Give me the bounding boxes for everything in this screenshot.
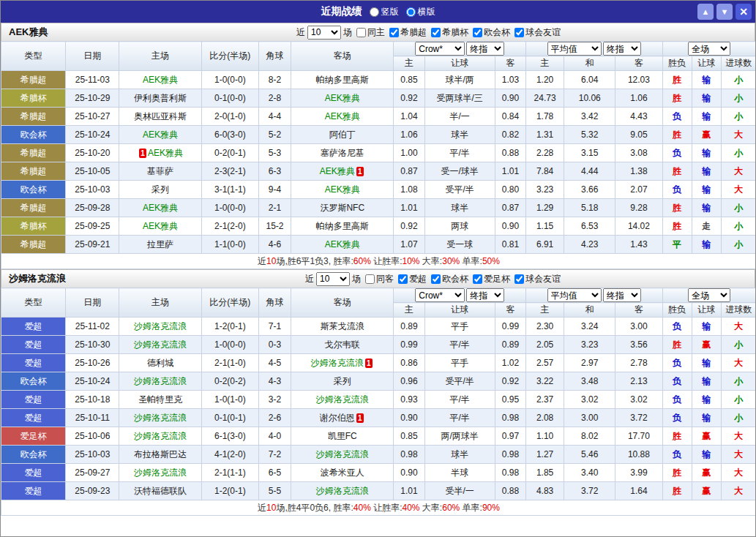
close-button[interactable]: ✕ (736, 4, 752, 20)
league-filter-0[interactable]: 希腊超 (386, 26, 427, 39)
scope-select[interactable]: 全场 (688, 288, 730, 302)
result-handicap: 输 (692, 354, 721, 372)
avg-away: 10.88 (615, 446, 662, 464)
odds-selects-cell: Crow*终指 (394, 42, 526, 56)
match-count-select[interactable]: 10 (316, 272, 350, 286)
league-filter-1-checkbox[interactable] (431, 274, 441, 284)
team-name: AEK雅典 (143, 221, 178, 231)
col-header-avg-0: 主 (525, 56, 564, 71)
layout-radio-vertical-input[interactable] (370, 7, 379, 17)
summary-segment: 10 (266, 256, 276, 266)
away-team-cell: 沙姆洛克流浪1 (291, 354, 394, 372)
odds-home: 0.96 (394, 372, 424, 391)
league-filter-2-checkbox[interactable] (473, 274, 482, 284)
bookmaker-select[interactable]: Crow* (415, 288, 465, 302)
handicap: 受平/半 (424, 181, 495, 199)
same-venue-filter[interactable]: 同客 (362, 273, 394, 285)
table-head: 类型日期主场比分(半场)角球客场Crow*终指平均值终指全场主让球客主和客胜负让… (1, 288, 756, 318)
home-team-cell: 伊利奥普利斯 (119, 89, 201, 108)
home-team-cell: 沙姆洛克流浪 (119, 336, 201, 354)
league-badge: 爱超 (1, 482, 66, 500)
matches-label: 场 (352, 273, 361, 285)
final-odds-select[interactable]: 终指 (466, 288, 504, 302)
away-team-cell: 沃罗斯NFC (291, 199, 394, 217)
scroll-down-button[interactable]: ▼ (716, 4, 733, 20)
layout-radio-vertical[interactable]: 竖版 (370, 6, 399, 18)
summary-segment: 大率: (420, 503, 443, 513)
result-winloss: 负 (662, 318, 692, 336)
avg-draw: 4.44 (564, 162, 615, 181)
odds-home: 0.99 (394, 336, 424, 354)
same-venue-filter-checkbox[interactable] (365, 274, 375, 284)
score-cell: 2-3(2-1) (201, 162, 258, 181)
score-cell: 1-1(0-0) (201, 236, 258, 254)
team-name: 沃特福德联队 (134, 486, 187, 496)
league-filter-3[interactable]: 球会友谊 (512, 26, 561, 39)
result-handicap: 赢 (692, 482, 721, 500)
scroll-up-button[interactable]: ▲ (697, 4, 714, 20)
match-row: 欧会杯25-10-24AEK雅典6-0(3-0)5-2阿伯丁1.06球半0.82… (1, 126, 756, 144)
team-name: AEK雅典 (325, 184, 360, 195)
home-team-cell: AEK雅典 (119, 217, 201, 236)
bookmaker-select[interactable]: Crow* (415, 42, 465, 56)
summary-segment: 单率: (460, 503, 482, 513)
team-name: 奥林匹亚科斯 (134, 111, 187, 121)
scope-select-cell: 全场 (662, 42, 756, 56)
result-handicap: 输 (692, 318, 721, 336)
home-team-cell: 圣帕特里克 (119, 391, 201, 409)
league-badge: 希腊杯 (1, 89, 66, 108)
league-filter-1-checkbox[interactable] (431, 28, 441, 37)
average-select[interactable]: 平均值 (547, 42, 602, 56)
league-filter-1[interactable]: 希腊杯 (428, 26, 468, 39)
odds-home: 1.07 (394, 236, 424, 254)
final-avg-select[interactable]: 终指 (603, 288, 641, 302)
col-header-avg-1: 和 (564, 303, 615, 318)
final-avg-select[interactable]: 终指 (603, 42, 641, 56)
away-team-cell: 沙姆洛克流浪 (291, 482, 394, 500)
same-venue-filter[interactable]: 同主 (353, 26, 385, 39)
league-filter-0-checkbox[interactable] (398, 274, 408, 284)
result-handicap: 走 (692, 217, 721, 236)
league-filter-2[interactable]: 欧会杯 (470, 26, 510, 39)
average-select[interactable]: 平均值 (547, 288, 602, 302)
page-title: 近期战绩 (321, 5, 362, 18)
results-table: 类型日期主场比分(半场)角球客场Crow*终指平均值终指全场主让球客主和客胜负让… (1, 41, 756, 269)
match-count-select[interactable]: 10 (307, 26, 341, 40)
result-goals: 小 (721, 236, 756, 254)
avg-home: 6.91 (525, 236, 564, 254)
league-filter-0[interactable]: 爱超 (395, 273, 427, 285)
match-row: 希腊超25-10-27奥林匹亚科斯2-0(1-0)4-4AEK雅典1.04半/一… (1, 108, 756, 126)
result-goals: 大 (721, 318, 756, 336)
away-team-cell: 帕纳多里高斯 (291, 217, 394, 236)
result-handicap: 输 (692, 236, 721, 254)
summary-segment: 近 (258, 256, 266, 266)
layout-radio-horizontal-input[interactable] (406, 7, 416, 17)
result-goals: 小 (721, 199, 756, 217)
close-icon: ✕ (739, 6, 748, 18)
avg-away: 3.00 (615, 318, 662, 336)
final-odds-select[interactable]: 终指 (466, 42, 504, 56)
summary-segment: 40% (403, 503, 420, 513)
same-venue-filter-checkbox[interactable] (356, 28, 366, 37)
league-filter-1[interactable]: 欧会杯 (428, 273, 468, 285)
away-team-cell: 沙姆洛克流浪 (291, 391, 394, 409)
summary-cell: 近10场,胜4平0负6, 胜率:40% 让胜率:40% 大率:60% 单率:90… (1, 500, 756, 516)
league-filter-3[interactable]: 球会友谊 (512, 273, 561, 285)
odds-home: 0.87 (394, 162, 424, 181)
summary-cell: 近10场,胜6平1负3, 胜率:60% 让胜率:10% 大率:30% 单率:50… (1, 254, 756, 269)
odds-home: 0.86 (394, 354, 424, 372)
scope-select[interactable]: 全场 (688, 42, 730, 56)
league-filter-2[interactable]: 爱足杯 (470, 273, 510, 285)
league-badge: 欧会杯 (1, 372, 66, 391)
league-filter-0-checkbox[interactable] (389, 28, 399, 37)
team-name: 戈尔韦联 (325, 339, 360, 350)
league-filter-2-checkbox[interactable] (473, 28, 482, 37)
score-cell: 0-2(0-1) (201, 144, 258, 162)
home-team-cell: 拉里萨 (119, 236, 201, 254)
col-header-main-0: 类型 (1, 42, 66, 71)
layout-radio-horizontal[interactable]: 横版 (406, 6, 435, 18)
corner-cell: 7-2 (258, 446, 291, 464)
league-filter-3-checkbox[interactable] (514, 274, 524, 284)
league-filter-3-checkbox[interactable] (514, 28, 524, 37)
handicap: 两球 (424, 217, 495, 236)
